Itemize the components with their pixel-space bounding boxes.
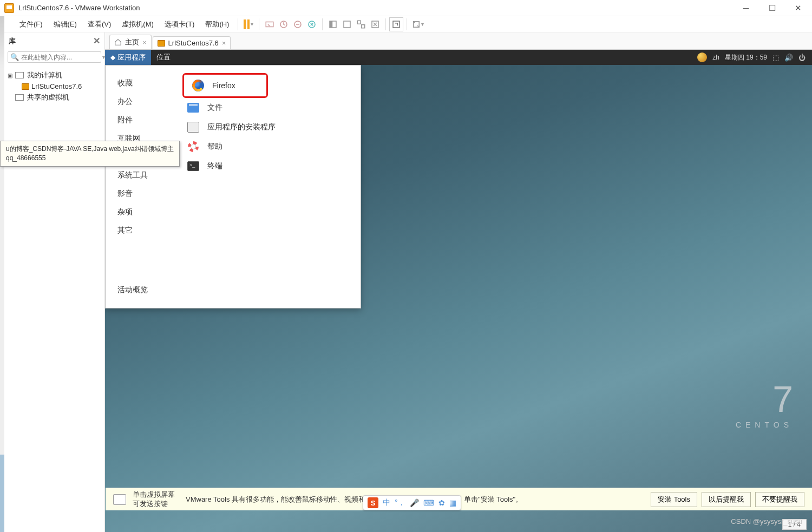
cat-system-tools[interactable]: 系统工具 bbox=[117, 166, 176, 185]
tree-shared-vms[interactable]: 共享的虚拟机 bbox=[6, 91, 102, 103]
library-search[interactable]: 🔍 ▾ bbox=[8, 51, 101, 63]
app-files[interactable]: 文件 bbox=[182, 98, 354, 117]
snapshot-manager-icon[interactable] bbox=[291, 17, 305, 31]
clock[interactable]: 星期四 19：59 bbox=[725, 53, 767, 62]
menu-tabs[interactable]: 选项卡(T) bbox=[159, 16, 200, 32]
vm-icon bbox=[22, 83, 29, 90]
power-icon[interactable]: ⏻ bbox=[798, 54, 806, 62]
ime-toolbar[interactable]: S 中 °， 🎤 ⌨ ✿ ▦ bbox=[363, 495, 461, 510]
menu-vm[interactable]: 虚拟机(M) bbox=[116, 16, 159, 32]
window-titlebar: LrlStuCentos7.6 - VMware Workstation ─ ☐… bbox=[0, 0, 812, 16]
menu-view[interactable]: 查看(V) bbox=[82, 16, 116, 32]
watermark: CSDN @ysysysr_susu bbox=[731, 517, 802, 526]
sogou-icon: S bbox=[368, 497, 378, 508]
menu-edit[interactable]: 编辑(E) bbox=[48, 16, 82, 32]
computer-icon bbox=[15, 72, 24, 78]
send-ctrl-alt-del-icon[interactable] bbox=[263, 17, 277, 31]
svg-rect-0 bbox=[266, 22, 274, 27]
tab-bar: 主页 × LrlStuCentos7.6 × bbox=[105, 32, 812, 50]
user-badge-icon[interactable] bbox=[697, 52, 707, 62]
cat-office[interactable]: 办公 bbox=[117, 93, 176, 111]
ime-skin-icon[interactable]: ✿ bbox=[438, 498, 445, 507]
svg-rect-10 bbox=[393, 21, 400, 28]
library-header: 库 bbox=[9, 36, 16, 46]
library-sidebar: 库 ✕ 🔍 ▾ ▣ 我的计算机 LrlStuCentos7.6 bbox=[4, 32, 105, 532]
app-installer[interactable]: 应用程序的安装程序 bbox=[182, 117, 354, 137]
click-hint: 单击虚拟屏幕可发送按键 bbox=[133, 490, 175, 509]
applications-panel: 收藏 办公 附件 互联网 文档 系统工具 影音 杂项 其它 活动概览 bbox=[105, 65, 361, 308]
cat-sound-video[interactable]: 影音 bbox=[117, 185, 176, 203]
vmware-icon bbox=[4, 3, 14, 13]
svg-rect-6 bbox=[344, 21, 350, 28]
host-menubar: 文件(F) 编辑(E) 查看(V) 虚拟机(M) 选项卡(T) 帮助(H) ▾ … bbox=[4, 16, 812, 32]
minimize-button[interactable]: ─ bbox=[741, 3, 751, 14]
places-menu[interactable]: 位置 bbox=[151, 50, 176, 65]
remind-later-button[interactable]: 以后提醒我 bbox=[702, 492, 751, 507]
cat-accessories[interactable]: 附件 bbox=[117, 111, 176, 129]
svg-rect-5 bbox=[330, 21, 332, 28]
ime-toolbox-icon[interactable]: ▦ bbox=[449, 498, 456, 507]
layout-thumbnail-icon[interactable] bbox=[354, 17, 368, 31]
installer-icon bbox=[187, 122, 199, 133]
tree-vm-item[interactable]: LrlStuCentos7.6 bbox=[22, 81, 102, 91]
suspend-button[interactable]: ▾ bbox=[241, 17, 256, 31]
close-tab-icon[interactable]: × bbox=[222, 39, 226, 47]
help-icon bbox=[188, 141, 199, 152]
home-icon bbox=[114, 38, 122, 46]
ime-keyboard-icon[interactable]: ⌨ bbox=[423, 498, 434, 507]
tab-vm[interactable]: LrlStuCentos7.6 × bbox=[153, 36, 231, 49]
search-input[interactable] bbox=[21, 54, 102, 61]
browser-tooltip: u的博客_CSDN博客-JAVA SE,Java web,java纠错领域博主 … bbox=[0, 141, 180, 167]
app-terminal[interactable]: 终端 bbox=[182, 156, 354, 176]
never-remind-button[interactable]: 不要提醒我 bbox=[755, 492, 804, 507]
ime-voice-icon[interactable]: 🎤 bbox=[410, 498, 419, 507]
network-icon[interactable]: ⬚ bbox=[772, 54, 779, 62]
fullscreen-icon[interactable] bbox=[389, 17, 403, 31]
install-tools-button[interactable]: 安装 Tools bbox=[651, 492, 697, 507]
ime-punct-icon[interactable]: °， bbox=[395, 498, 405, 508]
terminal-icon bbox=[187, 161, 199, 171]
cat-other[interactable]: 其它 bbox=[117, 221, 176, 240]
close-button[interactable]: ✕ bbox=[793, 3, 803, 14]
screen-icon bbox=[113, 494, 126, 505]
vm-tab-icon bbox=[158, 40, 165, 47]
activities-overview[interactable]: 活动概览 bbox=[117, 281, 176, 301]
maximize-button[interactable]: ☐ bbox=[767, 3, 777, 14]
firefox-icon bbox=[192, 80, 204, 91]
search-icon: 🔍 bbox=[10, 53, 19, 61]
stretch-icon[interactable]: ▾ bbox=[410, 17, 424, 31]
close-library-icon[interactable]: ✕ bbox=[93, 36, 100, 46]
ime-mode[interactable]: 中 bbox=[383, 498, 390, 508]
input-lang[interactable]: zh bbox=[712, 54, 719, 61]
cat-favorites[interactable]: 收藏 bbox=[117, 74, 176, 93]
firefox-highlight: Firefox bbox=[182, 73, 268, 98]
layout-split-icon[interactable] bbox=[340, 17, 354, 31]
cat-sundry[interactable]: 杂项 bbox=[117, 203, 176, 221]
window-title: LrlStuCentos7.6 - VMware Workstation bbox=[18, 4, 741, 12]
gnome-logo-icon: ◆ bbox=[110, 54, 115, 61]
snapshot-icon[interactable] bbox=[277, 17, 291, 31]
volume-icon[interactable]: 🔊 bbox=[784, 54, 793, 62]
layout-single-icon[interactable] bbox=[326, 17, 340, 31]
gnome-top-bar: ◆ 应用程序 位置 zh 星期四 19：59 ⬚ 🔊 ⏻ bbox=[105, 50, 812, 65]
svg-rect-7 bbox=[358, 21, 361, 24]
close-tab-icon[interactable]: × bbox=[142, 38, 147, 47]
app-help[interactable]: 帮助 bbox=[182, 137, 354, 156]
tab-home[interactable]: 主页 × bbox=[109, 35, 152, 49]
shared-icon bbox=[15, 94, 24, 101]
revert-icon[interactable] bbox=[305, 17, 319, 31]
files-icon bbox=[187, 103, 199, 113]
tree-my-computer[interactable]: ▣ 我的计算机 bbox=[6, 69, 102, 81]
guest-desktop[interactable]: ◆ 应用程序 位置 zh 星期四 19：59 ⬚ 🔊 ⏻ bbox=[105, 50, 812, 532]
centos-branding: 7 CENTOS bbox=[736, 380, 793, 429]
app-firefox[interactable]: Firefox bbox=[187, 76, 263, 95]
tools-message: VMware Tools 具有很多功能，能改善鼠标移动性、视频和性能。请登录客户… bbox=[186, 495, 522, 504]
menu-help[interactable]: 帮助(H) bbox=[200, 16, 234, 32]
menu-file[interactable]: 文件(F) bbox=[14, 16, 48, 32]
svg-rect-8 bbox=[362, 24, 365, 28]
layout-quick-icon[interactable] bbox=[368, 17, 382, 31]
